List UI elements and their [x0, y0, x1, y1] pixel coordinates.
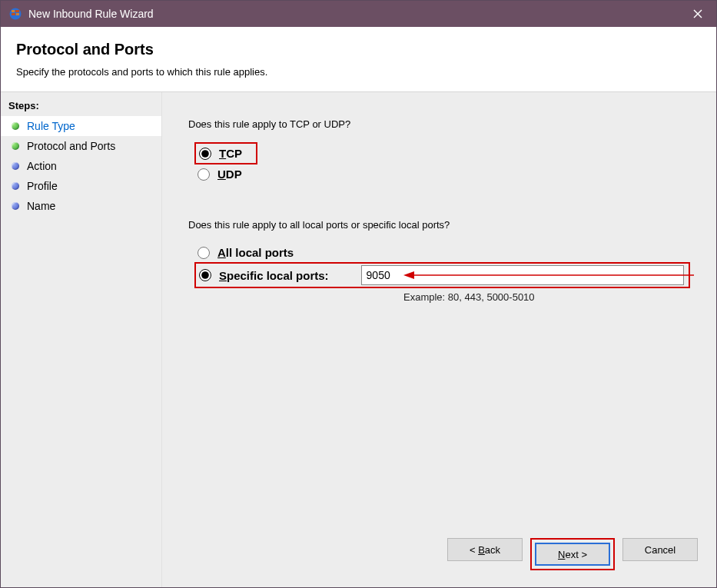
step-label: Action — [27, 160, 57, 172]
step-bullet-icon — [12, 122, 19, 130]
back-button[interactable]: < Back — [447, 538, 523, 561]
specific-ports-highlight-box: Specific local ports: — [194, 262, 690, 288]
page-title: Protocol and Ports — [16, 41, 701, 58]
wizard-content: Does this rule apply to TCP or UDP? TCP … — [162, 92, 716, 587]
radio-tcp[interactable] — [199, 148, 211, 160]
radio-all-ports[interactable] — [198, 247, 210, 259]
window-title: New Inbound Rule Wizard — [28, 8, 679, 20]
cancel-button[interactable]: Cancel — [622, 538, 698, 561]
step-bullet-icon — [12, 162, 19, 170]
step-bullet-icon — [12, 202, 19, 210]
step-rule-type[interactable]: Rule Type — [1, 116, 161, 136]
ports-question: Does this rule apply to all local ports … — [188, 219, 690, 231]
step-name[interactable]: Name — [1, 196, 161, 216]
ports-example-text: Example: 80, 443, 5000-5010 — [403, 291, 690, 303]
wizard-window: New Inbound Rule Wizard Protocol and Por… — [0, 0, 717, 588]
radio-row-tcp[interactable]: TCP — [196, 144, 244, 163]
wizard-body: Steps: Rule Type Protocol and Ports Acti… — [1, 92, 716, 587]
ports-radio-group: All local ports — [194, 243, 690, 262]
radio-udp-label[interactable]: UDP — [217, 168, 242, 181]
step-action[interactable]: Action — [1, 156, 161, 176]
svg-rect-3 — [12, 13, 15, 15]
next-button[interactable]: Next > — [535, 543, 610, 566]
radio-row-specific-ports[interactable]: Specific local ports: — [196, 266, 330, 285]
step-bullet-icon — [12, 142, 19, 150]
firewall-icon — [8, 7, 22, 21]
protocol-question: Does this rule apply to TCP or UDP? — [188, 118, 690, 130]
step-protocol-and-ports[interactable]: Protocol and Ports — [1, 136, 161, 156]
svg-rect-1 — [12, 10, 15, 12]
radio-specific-ports[interactable] — [199, 269, 211, 281]
close-icon — [693, 9, 702, 18]
radio-row-all-ports[interactable]: All local ports — [194, 243, 690, 262]
close-button[interactable] — [679, 1, 716, 27]
protocol-radio-group: TCP UDP — [194, 142, 690, 184]
specific-ports-input[interactable] — [361, 265, 684, 285]
radio-specific-ports-label[interactable]: Specific local ports: — [219, 269, 329, 282]
svg-rect-2 — [15, 10, 19, 12]
tcp-highlight-box: TCP — [194, 142, 257, 164]
step-profile[interactable]: Profile — [1, 176, 161, 196]
step-label: Rule Type — [27, 120, 75, 132]
page-subtitle: Specify the protocols and ports to which… — [16, 66, 701, 78]
radio-udp[interactable] — [198, 168, 210, 181]
wizard-button-bar: < Back Next > Cancel — [447, 538, 698, 570]
title-bar: New Inbound Rule Wizard — [1, 1, 716, 27]
step-label: Protocol and Ports — [27, 140, 115, 152]
step-bullet-icon — [12, 182, 19, 190]
wizard-header: Protocol and Ports Specify the protocols… — [1, 27, 716, 92]
next-highlight-box: Next > — [530, 538, 615, 570]
radio-tcp-label[interactable]: TCP — [219, 147, 242, 160]
steps-sidebar: Steps: Rule Type Protocol and Ports Acti… — [1, 92, 162, 587]
radio-all-ports-label[interactable]: All local ports — [217, 246, 294, 259]
step-label: Profile — [27, 180, 58, 192]
steps-label: Steps: — [1, 100, 161, 116]
svg-rect-4 — [16, 13, 19, 15]
radio-row-udp[interactable]: UDP — [194, 164, 690, 184]
step-label: Name — [27, 200, 55, 212]
